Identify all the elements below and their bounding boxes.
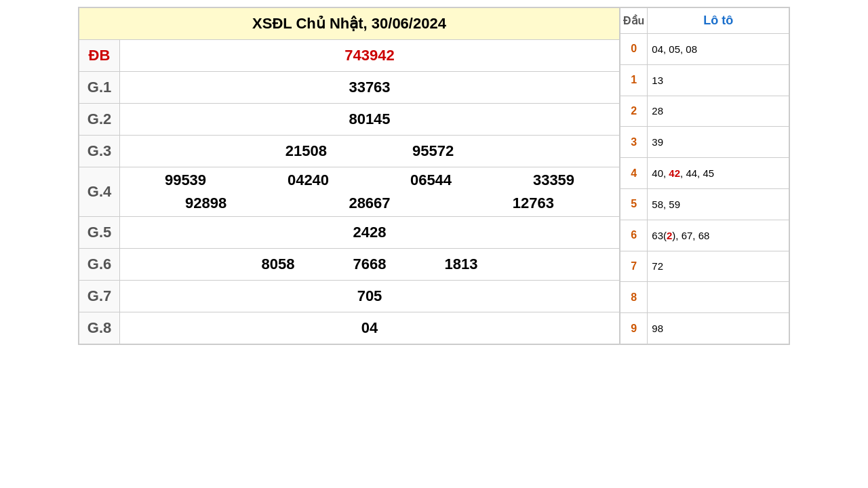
- loto-dau: 5: [620, 188, 648, 220]
- loto-value: 28: [648, 96, 789, 127]
- g4-row1: 99539 04240 06544 33359: [124, 171, 615, 189]
- g6-v2: 7668: [353, 256, 387, 272]
- loto-row: 663(2), 67, 68: [620, 220, 789, 251]
- g2-label: G.2: [79, 104, 120, 136]
- g4-r2-v2: 28667: [349, 195, 390, 212]
- g3-value-2: 95572: [412, 142, 454, 159]
- loto-header-dau: Đầu: [620, 8, 648, 34]
- loto-row: 440, 42, 44, 45: [620, 158, 789, 189]
- g5-value: 2428: [120, 217, 620, 249]
- g2-row: G.2 80145: [79, 104, 620, 136]
- loto-value: 58, 59: [648, 188, 789, 220]
- g4-r1-v2: 04240: [288, 171, 329, 189]
- g4-r2-v1: 92898: [185, 195, 226, 212]
- results-table: XSĐL Chủ Nhật, 30/06/2024 ĐB 743942 G.1 …: [79, 7, 620, 344]
- loto-row: 004, 05, 08: [620, 34, 789, 65]
- g5-row: G.5 2428: [79, 217, 620, 249]
- loto-dau: 2: [620, 96, 648, 127]
- loto-dau: 1: [620, 64, 648, 96]
- g4-row: G.4 99539 04240 06544 33359 92898 28667 …: [79, 167, 620, 217]
- g3-value-1: 21508: [285, 142, 327, 159]
- loto-value: 72: [648, 251, 789, 282]
- g7-row: G.7 705: [79, 281, 620, 312]
- loto-row: 228: [620, 96, 789, 127]
- g3-row: G.3 21508 95572: [79, 136, 620, 167]
- loto-dau: 4: [620, 158, 648, 189]
- g1-label: G.1: [79, 72, 120, 104]
- loto-dau: 6: [620, 220, 648, 251]
- loto-dau: 3: [620, 127, 648, 158]
- main-wrapper: XSĐL Chủ Nhật, 30/06/2024 ĐB 743942 G.1 …: [78, 7, 790, 345]
- g1-value: 33763: [120, 72, 620, 104]
- g4-r1-v3: 06544: [410, 171, 452, 189]
- loto-row: 772: [620, 251, 789, 282]
- g7-value: 705: [120, 281, 620, 312]
- g7-label: G.7: [79, 281, 120, 312]
- loto-dau: 7: [620, 251, 648, 282]
- g4-r2-v3: 12763: [513, 195, 554, 212]
- loto-row: 339: [620, 127, 789, 158]
- loto-table: Đầu Lô tô 004, 05, 08113228339440, 42, 4…: [620, 7, 789, 344]
- loto-value: 13: [648, 64, 789, 96]
- g4-r1-v1: 99539: [165, 171, 206, 189]
- g4-label: G.4: [79, 167, 120, 217]
- loto-dau: 8: [620, 282, 648, 313]
- g4-r1-v4: 33359: [533, 171, 574, 189]
- db-label: ĐB: [79, 40, 120, 72]
- loto-row: 998: [620, 313, 789, 344]
- g8-row: G.8 04: [79, 312, 620, 344]
- loto-value: [648, 282, 789, 313]
- g4-row2: 92898 28667 12763: [124, 195, 615, 212]
- loto-dau: 0: [620, 34, 648, 65]
- g3-label: G.3: [79, 136, 120, 167]
- g6-label: G.6: [79, 249, 120, 281]
- loto-value: 04, 05, 08: [648, 34, 789, 65]
- loto-row: 113: [620, 64, 789, 96]
- loto-row: 558, 59: [620, 188, 789, 220]
- g5-label: G.5: [79, 217, 120, 249]
- g6-v3: 1813: [445, 256, 478, 272]
- table-title: XSĐL Chủ Nhật, 30/06/2024: [79, 8, 620, 40]
- loto-value: 39: [648, 127, 789, 158]
- db-row: ĐB 743942: [79, 40, 620, 72]
- g4-values: 99539 04240 06544 33359 92898 28667 1276…: [120, 167, 620, 217]
- loto-dau: 9: [620, 313, 648, 344]
- g3-values: 21508 95572: [120, 136, 620, 167]
- g8-label: G.8: [79, 312, 120, 344]
- loto-row: 8: [620, 282, 789, 313]
- g6-values: 8058 7668 1813: [120, 249, 620, 281]
- db-value: 743942: [120, 40, 620, 72]
- loto-value: 98: [648, 313, 789, 344]
- g1-row: G.1 33763: [79, 72, 620, 104]
- g8-value: 04: [120, 312, 620, 344]
- loto-header-loto: Lô tô: [648, 8, 789, 34]
- g2-value: 80145: [120, 104, 620, 136]
- loto-value: 63(2), 67, 68: [648, 220, 789, 251]
- g6-v1: 8058: [261, 256, 294, 272]
- loto-value: 40, 42, 44, 45: [648, 158, 789, 189]
- g6-row: G.6 8058 7668 1813: [79, 249, 620, 281]
